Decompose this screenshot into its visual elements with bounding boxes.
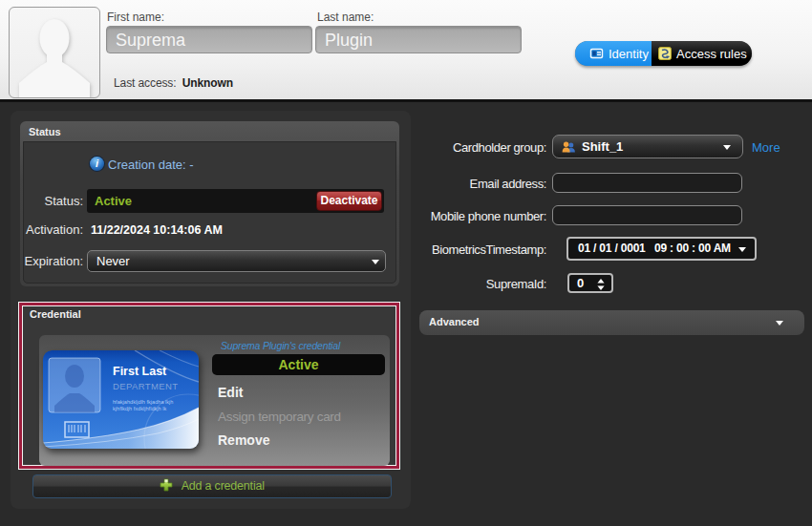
svg-text:First Last: First Last [113,365,167,378]
svg-text:kjhflkdjh fxdkljhfldkjh lk: kjhflkdjh fxdkljhfldkjh lk [113,406,166,411]
svg-text:hfakjahdkljdlh fkjadha lkjh: hfakjahdkljdlh fkjadha lkjh [113,399,173,405]
svg-text:DEPARTMENT: DEPARTMENT [113,381,179,391]
